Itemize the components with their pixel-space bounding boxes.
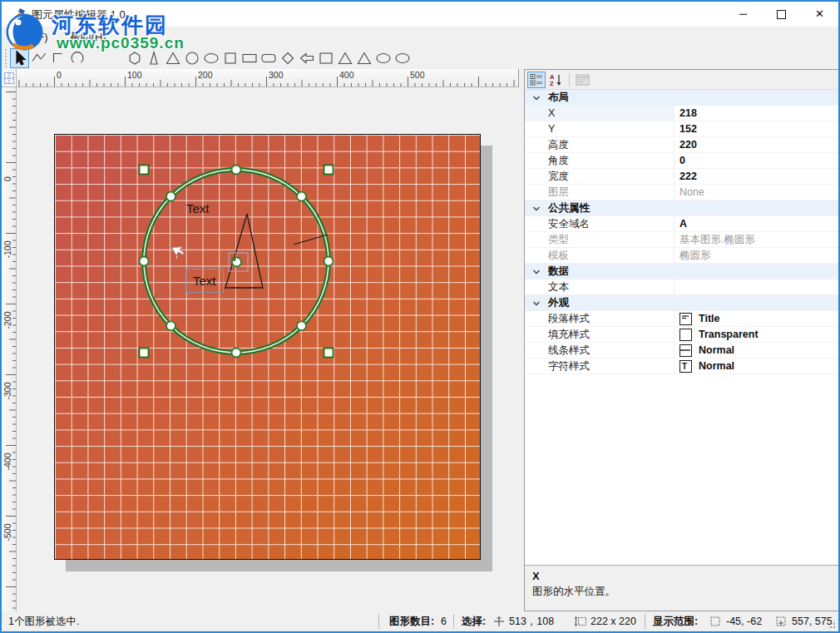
toolbar-separator — [569, 73, 570, 87]
property-row-段落样式[interactable]: 段落样式Title — [525, 311, 838, 327]
rounded-rectangle-tool[interactable] — [259, 48, 278, 68]
arrow-left-tool[interactable] — [297, 48, 316, 68]
property-panel: A Z 布局X218Y152高度220角度0宽度222图层None公共属性安全域… — [524, 69, 839, 611]
property-name: 角度 — [525, 153, 674, 168]
ruler-corner — [2, 69, 17, 87]
property-value[interactable]: 152 — [674, 121, 838, 136]
property-category-布局[interactable]: 布局 — [525, 90, 838, 106]
triangle-tool-2[interactable] — [335, 48, 354, 68]
property-category-外观[interactable]: 外观 — [525, 295, 838, 311]
hexagon-tool[interactable] — [125, 48, 144, 68]
h-ruler-label: 100 — [127, 70, 142, 80]
property-value[interactable]: Title — [674, 311, 838, 326]
text-tool[interactable]: ab — [86, 48, 106, 68]
triangle-shape[interactable] — [225, 214, 263, 288]
property-row-高度[interactable]: 高度220 — [525, 137, 838, 153]
round-handle[interactable] — [166, 321, 175, 330]
property-category-数据[interactable]: 数据 — [525, 264, 838, 279]
corner-handle[interactable] — [140, 349, 149, 358]
sort-az-button[interactable]: A Z — [546, 72, 565, 88]
property-row-图层[interactable]: 图层None — [525, 185, 838, 200]
angle-line-tool[interactable] — [48, 48, 67, 68]
chevron-down-icon — [532, 300, 541, 307]
property-row-X[interactable]: X218 — [525, 106, 838, 121]
property-row-宽度[interactable]: 宽度222 — [525, 169, 838, 185]
polyline-tool[interactable] — [29, 48, 48, 68]
line-shape[interactable] — [294, 235, 328, 245]
circle-tool[interactable] — [182, 48, 201, 68]
ellipse-tool[interactable] — [201, 48, 220, 68]
round-handle[interactable] — [232, 349, 241, 358]
drawing-canvas[interactable]: Text Text — [54, 134, 481, 560]
round-handle[interactable] — [324, 257, 334, 266]
select-tool-icon — [12, 50, 28, 67]
property-row-填充样式[interactable]: 填充样式Transparent — [525, 327, 838, 343]
property-toolbar: A Z — [525, 70, 838, 90]
property-row-模板[interactable]: 模板椭圆形 — [525, 248, 838, 264]
property-name: 图层 — [525, 185, 674, 200]
canvas-viewport[interactable]: Text Text — [17, 87, 519, 611]
close-button[interactable]: ✕ — [801, 2, 838, 27]
canvas-text-selection-box[interactable]: Text — [186, 269, 224, 293]
window-title: 图元属性编辑器 1.0 — [32, 7, 126, 22]
property-value[interactable]: Transparent — [674, 327, 838, 342]
ellipse-tool-3[interactable] — [393, 48, 412, 68]
property-value[interactable]: 220 — [674, 137, 838, 152]
property-pages-button[interactable] — [573, 72, 591, 88]
property-row-字符样式[interactable]: 字符样式TNormal — [525, 359, 838, 374]
diamond-tool[interactable] — [278, 48, 297, 68]
property-category-公共属性[interactable]: 公共属性 — [525, 200, 838, 216]
property-value[interactable]: 椭圆形 — [674, 248, 838, 263]
property-value[interactable]: 222 — [674, 169, 838, 184]
canvas-text-label[interactable]: Text — [193, 274, 216, 288]
property-value[interactable]: Normal — [674, 343, 838, 358]
shape-count-value: 6 — [441, 611, 447, 631]
svg-text:T: T — [682, 362, 687, 371]
property-value[interactable]: 基本图形.椭圆形 — [674, 232, 838, 247]
rectangle-tool-icon — [241, 50, 258, 67]
corner-handle[interactable] — [140, 166, 149, 175]
narrow-triangle-tool[interactable] — [144, 48, 163, 68]
categorized-icon — [530, 73, 544, 87]
property-row-类型[interactable]: 类型基本图形.椭圆形 — [525, 232, 838, 248]
property-value[interactable]: None — [674, 185, 838, 200]
property-row-Y[interactable]: Y152 — [525, 121, 838, 137]
property-row-安全域名[interactable]: 安全域名A — [525, 216, 838, 232]
toolbar-grip[interactable] — [3, 49, 10, 67]
rectangle-tool[interactable] — [240, 48, 259, 68]
canvas-text-label[interactable]: Text — [186, 201, 210, 215]
maximize-button[interactable] — [763, 2, 800, 27]
round-handle[interactable] — [232, 166, 241, 175]
square-tool-icon — [222, 50, 239, 67]
property-value[interactable]: 218 — [674, 106, 838, 121]
property-value[interactable]: A — [674, 216, 838, 231]
rounded-rectangle-tool-icon — [260, 50, 277, 67]
menu-item-file[interactable]: 文件(F) — [2, 27, 59, 48]
app-window: 图元属性编辑器 1.0 ─ ✕ 文件(F)帮助(H) 河东软件园 www.pc0… — [0, 0, 840, 633]
menu-item-help[interactable]: 帮助(H) — [59, 27, 117, 48]
categorized-button[interactable] — [527, 72, 546, 88]
triangle-tool-3[interactable] — [354, 48, 373, 68]
square-tool[interactable] — [220, 48, 240, 68]
property-value[interactable]: 0 — [674, 153, 838, 168]
select-tool[interactable] — [10, 48, 29, 68]
corner-handle[interactable] — [324, 349, 334, 358]
property-value[interactable]: TNormal — [674, 359, 838, 373]
property-row-角度[interactable]: 角度0 — [525, 153, 838, 169]
text-tool-2[interactable]: ab — [106, 48, 125, 68]
round-handle[interactable] — [297, 192, 306, 201]
ellipse-tool-2[interactable] — [373, 48, 393, 68]
property-row-线条样式[interactable]: 线条样式Normal — [525, 343, 838, 359]
triangle-tool[interactable] — [163, 48, 182, 68]
round-handle[interactable] — [166, 192, 175, 201]
image-tool[interactable] — [316, 48, 335, 68]
corner-handle[interactable] — [324, 166, 334, 175]
property-row-文本[interactable]: 文本 — [525, 279, 838, 295]
property-value-text: Title — [699, 311, 719, 326]
property-value[interactable] — [674, 279, 838, 294]
arc-tool[interactable] — [67, 48, 86, 68]
minimize-button[interactable]: ─ — [724, 2, 762, 27]
round-handle[interactable] — [140, 257, 149, 266]
round-handle[interactable] — [297, 321, 306, 330]
sort-az-icon: A Z — [549, 73, 563, 87]
